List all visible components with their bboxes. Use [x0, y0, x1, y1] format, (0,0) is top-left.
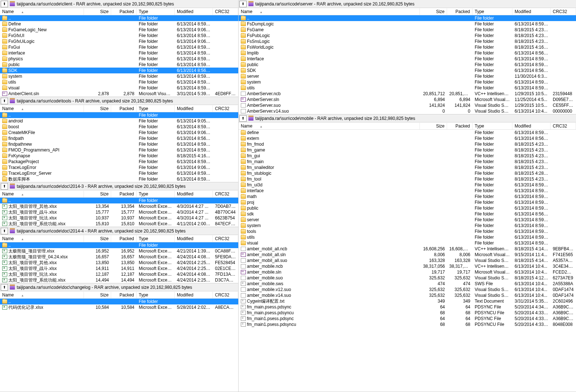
col-packed[interactable]: Packed [111, 105, 137, 112]
list-item[interactable]: Define File folder 6/13/2014 8:59 ... [0, 21, 238, 27]
list-item[interactable]: server File folder 11/30/2014 6:3... [239, 73, 576, 79]
column-headers[interactable]: Name▲ Size Packed Type Modified CRC32 [0, 291, 238, 299]
col-type[interactable]: Type [137, 191, 175, 197]
list-item[interactable]: AmberServer.sln 6,894 6,894 Microsoft Vi… [239, 97, 576, 102]
list-item[interactable]: interface File folder 6/13/2014 8:59 ... [0, 50, 238, 56]
list-item[interactable]: tools File folder 6/13/2014 8:59 ... [239, 229, 576, 234]
col-crc32[interactable]: CRC32 [213, 235, 238, 242]
col-packed[interactable]: Packed [111, 191, 137, 197]
col-name[interactable]: Name▲ [0, 8, 84, 15]
list-item[interactable]: FxGfxUI File folder 6/13/2014 8:59 ... [0, 33, 238, 39]
list-item[interactable]: TraceLogError File folder 6/13/2014 9:06… [0, 165, 238, 170]
list-item[interactable]: findpath File folder 6/13/2014 8:56 ... [0, 136, 238, 141]
list-item[interactable]: fm_ui3d File folder 6/13/2014 8:59 ... [239, 182, 576, 188]
list-item[interactable]: FsPubLogic File folder 8/18/2015 4:23 ..… [239, 33, 576, 39]
list-item[interactable]: fm_fmod File folder 8/18/2015 4:23 ... [239, 141, 576, 147]
list-item[interactable]: proj File folder 6/13/2014 8:59 ... [239, 199, 576, 205]
col-name[interactable]: Name▲ [239, 8, 420, 15]
col-crc32[interactable]: CRC32 [213, 292, 238, 298]
list-item[interactable]: utils File folder 6/13/2014 8:59 ... [0, 79, 238, 85]
list-item[interactable]: fm_tool File folder 8/18/2015 4:23 ... [239, 176, 576, 182]
col-type[interactable]: Type [137, 235, 175, 242]
col-packed[interactable]: Packed [447, 8, 472, 15]
col-crc32[interactable]: CRC32 [551, 8, 576, 15]
col-size[interactable]: Size [84, 292, 111, 298]
col-type[interactable]: Type [137, 292, 175, 298]
list-item[interactable]: visual File folder 6/13/2014 8:59 ... [239, 240, 576, 246]
col-crc32[interactable]: CRC32 [213, 191, 238, 197]
list-item[interactable]: AmberServer.v14.suo 0 0 Visual Studio So… [239, 108, 576, 114]
list-item[interactable]: .. File folder [0, 242, 238, 248]
col-modified[interactable]: Modified [175, 105, 213, 112]
list-item[interactable]: 太阳_项目管理_系统功能.xlsx 15,810 15,810 Microsof… [0, 221, 238, 227]
up-button[interactable]: ⬆ [1, 228, 8, 234]
col-name[interactable]: Name▲ [0, 191, 84, 197]
col-modified[interactable]: Modified [175, 191, 213, 197]
col-crc32[interactable]: CRC32 [551, 123, 576, 129]
list-item[interactable]: amber_mobile.ncb 38,317,056 38,317,056 V… [239, 263, 576, 269]
list-item[interactable]: 太阳_项目管理_玩法.xlsx 12,187 12,187 Microsoft … [0, 271, 238, 277]
list-item[interactable]: amber_mobile.sln 19,717 19,717 Microsoft… [239, 269, 576, 275]
col-name[interactable]: Name▲ [0, 235, 84, 242]
col-size[interactable]: Size [84, 105, 111, 112]
list-item[interactable]: utils File folder 6/13/2014 8:59 ... [239, 85, 576, 91]
list-item[interactable]: physics File folder 6/13/2014 8:59 ... [0, 56, 238, 62]
list-item[interactable]: Interface File folder 6/13/2014 8:59 ... [239, 56, 576, 62]
col-type[interactable]: Type [472, 123, 512, 129]
list-item[interactable]: 太阳_项目管理_战斗.xlsx 15,777 15,777 Microsoft … [0, 209, 238, 215]
list-item[interactable]: define File folder 6/13/2014 8:59 ... [239, 130, 576, 136]
column-headers[interactable]: Name▲ Size Packed Type Modified CRC32 [239, 8, 576, 15]
list-item[interactable]: fm_main.psess.pdsyncu 68 68 PDSYNCU File… [239, 310, 576, 316]
col-packed[interactable]: Packed [111, 8, 137, 15]
list-item[interactable]: FsDumpLogic File folder 6/13/2014 8:59 .… [239, 21, 576, 27]
list-item[interactable]: public File folder 6/13/2014 8:59 ... [239, 62, 576, 68]
list-item[interactable]: FsWorldLogic File folder 8/18/2015 4:16 … [239, 44, 576, 50]
list-item[interactable]: android File folder 6/13/2014 9:05 ... [0, 118, 238, 124]
column-headers[interactable]: Name▲ Size Packed Type Modified CRC32 [0, 235, 238, 242]
list-item[interactable]: .. File folder [0, 299, 238, 304]
col-name[interactable]: Name▲ [0, 105, 84, 112]
col-modified[interactable]: Modified [175, 292, 213, 298]
col-type[interactable]: Type [137, 105, 175, 112]
list-item[interactable]: system File folder 6/13/2014 8:59 ... [0, 73, 238, 79]
list-item[interactable]: .. File folder [0, 15, 238, 21]
list-item[interactable]: FxGameLogic_New File folder 6/13/2014 9:… [0, 27, 238, 33]
list-item[interactable]: fm_main File folder 8/18/2015 4:23 ... [239, 159, 576, 165]
list-item[interactable]: fm_main.psess.pdsync 64 64 PDSYNC File 5… [239, 304, 576, 310]
column-headers[interactable]: Name▲ Size Packed Type Modified CRC32 [0, 190, 238, 198]
col-crc32[interactable]: CRC32 [213, 8, 238, 15]
list-item[interactable]: 代码优化记录.xlsx 10,584 10,584 Microsoft Exce… [0, 304, 238, 310]
list-item[interactable]: extern File folder 6/13/2014 8:56 ... [239, 136, 576, 141]
list-item[interactable]: 太极熊猫_项目管理.xlsx 16,952 16,952 Microsoft E… [0, 248, 238, 254]
list-item[interactable]: amber_mobile.v14.suo 325,632 325,632 Vis… [239, 292, 576, 298]
list-item[interactable]: .. File folder [239, 15, 576, 21]
list-item[interactable]: FxGfxUiLogic File folder 6/13/2014 9:06 … [0, 39, 238, 44]
list-item[interactable]: server File folder 6/13/2014 8:59 ... [239, 217, 576, 223]
list-item[interactable]: sdk File folder 6/13/2014 8:56 ... [239, 211, 576, 217]
list-item[interactable]: FsSnsLogic File folder 8/18/2015 4:23 ..… [239, 39, 576, 44]
up-button[interactable]: ⬆ [1, 284, 8, 291]
col-modified[interactable]: Modified [512, 123, 551, 129]
list-item[interactable]: SDK File folder 6/13/2014 8:56 ... [0, 68, 238, 73]
list-item[interactable]: interface File folder 6/13/2014 8:59 ... [239, 188, 576, 194]
up-button[interactable]: ⬆ [1, 183, 8, 190]
list-item[interactable]: CreateMKFile File folder 6/13/2014 9:06 … [0, 130, 238, 136]
list-item[interactable]: SDK File folder 6/13/2014 8:56 ... [239, 68, 576, 73]
list-item[interactable]: AmberServer.ncb 20,851,712 20,851,712 VC… [239, 91, 576, 97]
col-modified[interactable]: Modified [175, 8, 213, 15]
list-item[interactable]: public File folder 6/13/2014 8:59 ... [0, 62, 238, 68]
col-packed[interactable]: Packed [447, 123, 472, 129]
col-crc32[interactable]: CRC32 [213, 105, 238, 112]
list-item[interactable]: public File folder 6/13/2014 8:59 ... [239, 205, 576, 211]
list-item[interactable]: 太阳_项目管理_系统功能.xlsx 14,494 14,494 Microsof… [0, 277, 238, 283]
col-type[interactable]: Type [137, 8, 175, 15]
list-item[interactable]: amber_mobile.v12.suo 325,632 325,632 Vis… [239, 287, 576, 292]
col-packed[interactable]: Packed [111, 235, 137, 242]
col-modified[interactable]: Modified [512, 8, 551, 15]
list-item[interactable]: amber_mobil_all.suo 163,328 163,328 Visu… [239, 258, 576, 263]
list-item[interactable]: fm_main1.psess.pdsyncu 68 68 PDSYNCU Fil… [239, 322, 576, 327]
list-item[interactable]: system File folder 6/13/2014 8:59 ... [239, 223, 576, 229]
col-size[interactable]: Size [84, 235, 111, 242]
column-headers[interactable]: Name▲ Size Packed Type Modified CRC32 [0, 8, 238, 15]
list-item[interactable]: FsGame File folder 8/18/2015 4:23 ... [239, 27, 576, 33]
